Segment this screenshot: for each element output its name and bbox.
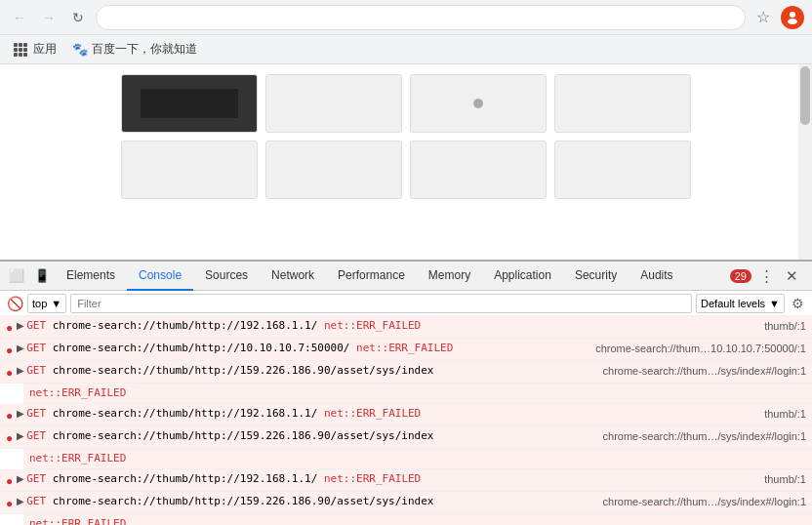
forward-button[interactable]: → xyxy=(37,6,61,29)
log-text-7b: net::ERR_FAILED xyxy=(29,516,806,525)
log-text-3: GET chrome-search://thumb/http://159.226… xyxy=(26,363,594,379)
log-loc-6: thumb/:1 xyxy=(764,471,806,487)
devtools-right-controls: 29 ⋮ ✕ xyxy=(730,262,808,290)
thumbnail-8 xyxy=(554,141,691,199)
log-row-1: ● ▶ GET chrome-search://thumb/http://192… xyxy=(0,316,812,339)
thumbnail-3 xyxy=(410,74,547,133)
thumb-inner-1 xyxy=(141,89,238,118)
error-icon-3: ● xyxy=(6,365,13,381)
svg-point-1 xyxy=(788,19,797,24)
arrow-icon-2: ▶ xyxy=(17,341,24,356)
error-icon-7: ● xyxy=(6,496,13,511)
error-icon-1: ● xyxy=(6,320,13,336)
tab-sources[interactable]: Sources xyxy=(193,262,260,291)
level-dropdown-icon: ▼ xyxy=(769,298,780,309)
refresh-button[interactable]: ↻ xyxy=(66,6,90,29)
thumbnail-1 xyxy=(121,74,258,133)
browser-toolbar: ← → ↻ ☆ xyxy=(0,0,812,35)
devtools-device-button[interactable]: 📱 xyxy=(29,262,55,290)
arrow-icon-7: ▶ xyxy=(17,494,24,509)
context-dropdown-icon: ▼ xyxy=(51,298,61,309)
profile-button[interactable] xyxy=(781,6,804,29)
console-toolbar: 🚫 top ▼ Default levels ▼ ⚙ xyxy=(0,291,812,316)
tab-console[interactable]: Console xyxy=(127,262,193,291)
log-row-6: ● ▶ GET chrome-search://thumb/http://192… xyxy=(0,469,812,492)
tab-security[interactable]: Security xyxy=(563,262,629,291)
back-button[interactable]: ← xyxy=(8,6,31,29)
tab-elements[interactable]: Elements xyxy=(55,262,127,291)
tab-performance[interactable]: Performance xyxy=(326,262,417,291)
filter-input[interactable] xyxy=(70,294,692,313)
devtools-close-button[interactable]: ✕ xyxy=(781,265,802,287)
log-text-2: GET chrome-search://thumb/http://10.10.1… xyxy=(26,341,588,356)
devtools-panel: ⬜ 📱 Elements Console Sources Network Per… xyxy=(0,260,812,525)
tab-application[interactable]: Application xyxy=(482,262,563,291)
log-loc-4: thumb/:1 xyxy=(764,406,806,422)
thumbnail-2 xyxy=(265,74,402,133)
bookmarks-bar: 应用 🐾 百度一下，你就知道 xyxy=(0,35,812,64)
page-scrollbar[interactable] xyxy=(798,64,812,260)
thumb-row-2 xyxy=(121,141,691,199)
address-bar[interactable] xyxy=(96,5,746,30)
log-get-2: GET xyxy=(26,342,53,354)
devtools-more-button[interactable]: ⋮ xyxy=(755,265,777,287)
log-err-1: net::ERR_FAILED xyxy=(324,319,421,332)
baidu-label: 百度一下，你就知道 xyxy=(92,41,197,58)
log-loc-3: chrome-search://thum…/sys/index#/login:1 xyxy=(603,363,806,379)
level-selector[interactable]: Default levels ▼ xyxy=(696,294,785,313)
log-get-7: GET xyxy=(26,495,53,507)
log-text-3b: net::ERR_FAILED xyxy=(29,385,806,401)
devtools-inspect-button[interactable]: ⬜ xyxy=(4,262,29,290)
log-text-1: GET chrome-search://thumb/http://192.168… xyxy=(26,318,756,334)
context-value: top xyxy=(32,298,47,309)
baidu-bookmark[interactable]: 🐾 百度一下，你就知道 xyxy=(66,39,203,60)
apps-grid-icon xyxy=(14,43,27,57)
tab-audits[interactable]: Audits xyxy=(629,262,684,291)
bookmark-star-button[interactable]: ☆ xyxy=(751,6,775,29)
log-row-5: ● ▶ GET chrome-search://thumb/http://159… xyxy=(0,426,812,449)
error-icon-6: ● xyxy=(6,473,13,489)
log-text-5b: net::ERR_FAILED xyxy=(29,451,806,466)
level-value: Default levels xyxy=(701,298,765,309)
log-loc-5: chrome-search://thum…/sys/index#/login:1 xyxy=(603,428,806,444)
log-loc-1: thumb/:1 xyxy=(764,318,806,334)
error-icon-5: ● xyxy=(6,430,13,446)
thumb-row-1 xyxy=(121,74,691,133)
context-selector[interactable]: top ▼ xyxy=(27,294,66,313)
log-get-5: GET xyxy=(26,429,53,442)
apps-bookmark[interactable]: 应用 xyxy=(8,39,62,60)
thumbnail-7 xyxy=(410,141,547,199)
arrow-icon-1: ▶ xyxy=(17,318,24,334)
devtools-tabs: ⬜ 📱 Elements Console Sources Network Per… xyxy=(0,262,812,291)
log-get-4: GET xyxy=(26,407,53,420)
error-count-badge: 29 xyxy=(730,269,751,283)
log-err-2: net::ERR_FAILED xyxy=(356,342,453,354)
console-settings-button[interactable]: ⚙ xyxy=(789,295,806,312)
tab-network[interactable]: Network xyxy=(260,262,326,291)
log-row-3: ● ▶ GET chrome-search://thumb/http://159… xyxy=(0,361,812,384)
baidu-icon: 🐾 xyxy=(72,42,88,57)
log-get-1: GET xyxy=(26,319,53,332)
log-row-3b: net::ERR_FAILED xyxy=(23,384,812,404)
error-icon-4: ● xyxy=(6,408,13,424)
log-row-7: ● ▶ GET chrome-search://thumb/http://159… xyxy=(0,492,812,514)
tab-memory[interactable]: Memory xyxy=(417,262,482,291)
log-loc-2: chrome-search://thum…10.10.10.7:50000/:1 xyxy=(595,341,806,356)
console-clear-button[interactable]: 🚫 xyxy=(6,295,23,312)
thumbnail-4 xyxy=(554,74,691,133)
svg-point-0 xyxy=(790,12,795,18)
arrow-icon-6: ▶ xyxy=(17,471,24,487)
log-row-5b: net::ERR_FAILED xyxy=(23,449,812,469)
console-output: ● ▶ GET chrome-search://thumb/http://192… xyxy=(0,316,812,525)
log-row-2: ● ▶ GET chrome-search://thumb/http://10.… xyxy=(0,339,812,361)
apps-label: 应用 xyxy=(33,41,57,58)
log-text-6: GET chrome-search://thumb/http://192.168… xyxy=(26,471,756,487)
thumbnail-6 xyxy=(265,141,402,199)
log-err-4: net::ERR_FAILED xyxy=(324,407,421,420)
log-row-4: ● ▶ GET chrome-search://thumb/http://192… xyxy=(0,404,812,426)
arrow-icon-5: ▶ xyxy=(17,428,24,444)
scrollbar-thumb xyxy=(800,66,810,125)
arrow-icon-3: ▶ xyxy=(17,363,24,379)
log-get-3: GET xyxy=(26,364,53,377)
thumb-dot-3 xyxy=(473,99,483,108)
